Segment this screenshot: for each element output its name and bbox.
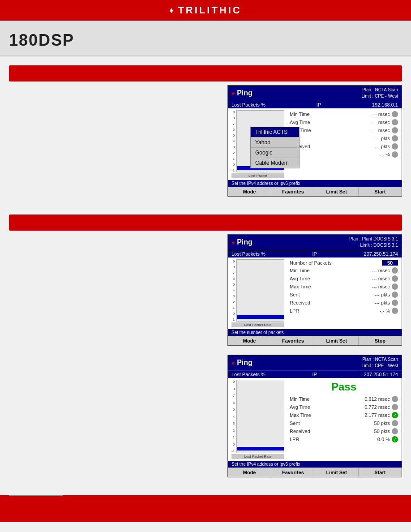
ping3-chart-bottom: Lost Packet Rate — [231, 454, 284, 459]
ping3-shield-icon: ♦ — [231, 359, 235, 366]
ping1-header: ♦ Ping Plan : NCTA Scan Limit : CPE - We… — [228, 86, 402, 101]
ping1-mode-button[interactable]: Mode — [228, 187, 271, 196]
ping1-chart-bottom: Lost Packet — [231, 173, 284, 178]
ping2-stats: Number of Packets Min Time --- msec Avg … — [286, 257, 402, 329]
ping3-plan-info: Plan : NCTA Scan Limit : CPE - West — [362, 356, 398, 369]
ping3-chart-grid — [236, 380, 284, 453]
ping3-toolbar: Mode Favorites Limit Set Start — [228, 468, 402, 477]
ping3-header: ♦ Ping Plan : NCTA Scan Limit : CPE - We… — [228, 355, 402, 370]
stat-icon — [392, 300, 398, 306]
ping3-status: Set the IPv4 address or Ipv6 prefix — [228, 461, 402, 468]
stat-row: Min Time 0.612 msec — [290, 395, 398, 403]
ping2-toolbar: Mode Favorites Limit Set Stop — [228, 336, 402, 345]
stat-icon — [392, 127, 398, 133]
stat-row: Sent --- pkts — [290, 291, 398, 299]
ping2-stop-button[interactable]: Stop — [359, 336, 402, 345]
ping3-favorites-button[interactable]: Favorites — [271, 468, 315, 477]
ping1-shield-icon: ♦ — [231, 90, 235, 97]
dropdown-item-cable-modem[interactable]: Cable Modem — [251, 158, 299, 168]
stat-row: Max Time --- msec — [290, 126, 398, 134]
dropdown-item-google[interactable]: Google — [251, 148, 299, 158]
stat-icon — [392, 267, 398, 274]
stat-row: Min Time --- msec — [290, 266, 398, 275]
stat-icon — [392, 111, 398, 117]
dropdown-item-acts[interactable]: Trilithic ACTS — [251, 127, 299, 137]
brand-bar: 180DSP — [0, 21, 411, 56]
ping3-body: 98765 43210-1 Lost Packet Rate Pass — [228, 378, 402, 461]
ping3-pass-text: Pass — [331, 381, 356, 393]
header: ♦ TRILITHIC — [0, 0, 411, 21]
ping-panel-3-container: ♦ Ping Plan : NCTA Scan Limit : CPE - We… — [9, 355, 402, 477]
stat-icon — [392, 275, 398, 282]
stat-icon — [392, 292, 398, 298]
stat-row: Avg Time 0.772 msec — [290, 403, 398, 411]
ping2-mode-button[interactable]: Mode — [228, 336, 271, 345]
ping1-plan: Plan : NCTA Scan — [362, 87, 398, 93]
ping1-stats: Min Time --- msec Avg Time --- msec Max … — [286, 108, 402, 180]
stat-row: Max Time 2.177 msec ✓ — [290, 411, 398, 419]
ping2-plan: Plan : Plant DOCSIS 3.1 — [349, 236, 398, 242]
ping3-start-button[interactable]: Start — [359, 468, 402, 477]
ping-panel-2: ♦ Ping Plan : Plant DOCSIS 3.1 Limit : D… — [227, 234, 402, 346]
ping2-packets-input[interactable] — [382, 260, 398, 266]
ping1-start-button[interactable]: Start — [359, 187, 402, 196]
ping2-chart: 98765 43210-1 Lost Packet Rate — [228, 257, 286, 329]
stat-icon — [392, 283, 398, 290]
ping3-chart-label: Lost Packets % — [231, 372, 265, 377]
ping2-body: 98765 43210-1 Lost Packet Rate Number of… — [228, 257, 402, 329]
section-bar-2 — [9, 215, 402, 231]
ping1-status: Set the IPv4 address or Ipv6 prefix — [228, 180, 402, 187]
ping2-chart-bottom: Lost Packet Rate — [231, 322, 284, 327]
stat-row: Sent 50 pkts — [290, 419, 398, 427]
ping1-body: 98765 43210-1 Lost Packet Min Time --- m… — [228, 108, 402, 180]
footer — [0, 495, 411, 522]
ping2-limitset-button[interactable]: Limit Set — [315, 336, 359, 345]
stat-row: Avg Time --- msec — [290, 275, 398, 283]
ping1-title: Ping — [237, 89, 253, 97]
stat-row: Received 50 pkts — [290, 427, 398, 435]
ping2-chart-label: Lost Packets % — [231, 251, 265, 257]
ping3-chart: 98765 43210-1 Lost Packet Rate — [228, 378, 286, 461]
ping3-limit: Limit : CPE - West — [362, 363, 398, 369]
ping-panel-3: ♦ Ping Plan : NCTA Scan Limit : CPE - We… — [227, 355, 402, 477]
ping-panel-1-container: ♦ Ping Plan : NCTA Scan Limit : CPE - We… — [9, 85, 402, 197]
ping2-limit: Limit : DOCSIS 3.1 — [349, 242, 398, 249]
ping2-chart-grid — [236, 259, 284, 322]
stat-icon — [392, 420, 398, 426]
ping1-favorites-button[interactable]: Favorites — [271, 187, 315, 196]
ping2-ip-label: IP — [312, 251, 317, 257]
ping-panel-2-container: ♦ Ping Plan : Plant DOCSIS 3.1 Limit : D… — [9, 234, 402, 346]
stat-icon-check: ✓ — [392, 436, 398, 442]
ping1-dropdown: Trilithic ACTS Yahoo Google Cable Modem — [250, 127, 300, 168]
ping1-y-axis: 98765 43210-1 — [231, 110, 235, 172]
stat-icon — [392, 396, 398, 402]
ping2-favorites-button[interactable]: Favorites — [271, 336, 315, 345]
ping3-ip-label: IP — [312, 372, 317, 377]
stat-icon — [392, 143, 398, 150]
ping2-plan-info: Plan : Plant DOCSIS 3.1 Limit : DOCSIS 3… — [349, 236, 398, 249]
ping2-chart-area: 98765 43210-1 — [231, 259, 284, 322]
ping-panel-1: ♦ Ping Plan : NCTA Scan Limit : CPE - We… — [227, 85, 402, 197]
ping2-title: Ping — [237, 238, 253, 246]
ping2-ip-value: 207.250.51.174 — [364, 251, 398, 257]
ping3-chart-area: 98765 43210-1 — [231, 380, 284, 453]
brand-name: 180DSP — [9, 26, 74, 51]
ping3-title: Ping — [237, 359, 253, 367]
ping1-ip-label: IP — [317, 102, 321, 107]
ping3-mode-button[interactable]: Mode — [228, 468, 271, 477]
ping2-y-axis: 98765 43210-1 — [231, 259, 235, 322]
ping1-ip-row: Lost Packets % IP 192.168.0.1 — [228, 101, 402, 108]
stat-row: Avg Time --- msec — [290, 118, 398, 126]
stat-icon — [392, 151, 398, 158]
ping2-chart-bar — [237, 315, 284, 319]
ping2-header: ♦ Ping Plan : Plant DOCSIS 3.1 Limit : D… — [228, 235, 402, 250]
trilithic-shield-icon: ♦ — [169, 6, 173, 15]
ping3-y-axis: 98765 43210-1 — [231, 380, 235, 453]
dropdown-item-yahoo[interactable]: Yahoo — [251, 137, 299, 148]
stat-row: Received --- pkts — [290, 299, 398, 307]
stat-row: LPR 0.0 % ✓ — [290, 435, 398, 443]
ping2-shield-icon: ♦ — [231, 239, 235, 246]
ping1-limitset-button[interactable]: Limit Set — [315, 187, 359, 196]
ping3-limitset-button[interactable]: Limit Set — [315, 468, 359, 477]
stat-icon — [392, 404, 398, 410]
